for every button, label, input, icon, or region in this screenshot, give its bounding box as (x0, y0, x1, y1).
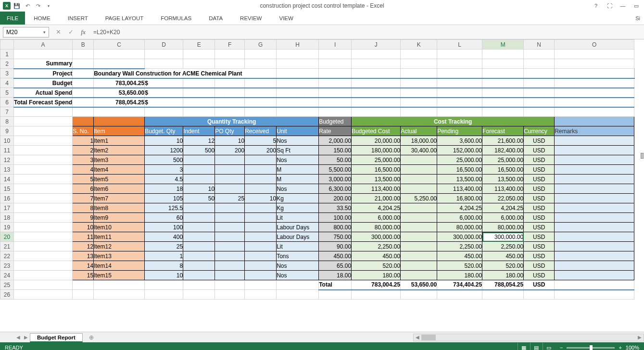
cell[interactable] (555, 50, 634, 59)
cell-actual[interactable] (401, 232, 437, 242)
zoom-out-icon[interactable]: − (560, 345, 563, 350)
cell[interactable] (14, 271, 73, 280)
cell[interactable] (183, 50, 215, 59)
cell[interactable] (14, 165, 73, 175)
vertical-split-handle[interactable] (641, 153, 644, 159)
cell[interactable] (524, 107, 555, 117)
cell[interactable] (437, 98, 482, 107)
cell-rate[interactable]: 750.00 (319, 232, 352, 242)
summary-value[interactable]: 53,650.00 (94, 88, 145, 98)
cell[interactable] (14, 203, 73, 213)
cell[interactable] (482, 50, 524, 59)
cell[interactable] (14, 126, 73, 136)
ribbon-options-icon[interactable]: ⛶ (605, 1, 614, 11)
cell-forecast[interactable]: 21,600.00 (482, 136, 524, 146)
cell-item[interactable]: Item11 (94, 232, 145, 242)
cell[interactable] (14, 251, 73, 261)
cell-actual[interactable] (401, 251, 437, 261)
cell[interactable] (215, 280, 245, 290)
row-12[interactable]: 12 (0, 155, 14, 165)
select-all-corner[interactable] (0, 40, 14, 50)
summary-unit[interactable]: $ (145, 88, 183, 98)
cell-sno[interactable]: 2 (73, 146, 94, 155)
cell-unit[interactable]: Kg (277, 194, 319, 203)
cell-budget-cost[interactable]: 180,000.00 (352, 146, 401, 155)
minimize-icon[interactable]: — (618, 1, 628, 11)
cell[interactable] (245, 59, 277, 69)
row-10[interactable]: 10 (0, 136, 14, 146)
cell[interactable] (73, 59, 94, 69)
cell-received[interactable] (245, 165, 277, 175)
hdr-rate[interactable]: Rate (319, 126, 352, 136)
cell[interactable] (183, 88, 215, 98)
cell-remarks[interactable] (555, 203, 634, 213)
cell[interactable] (352, 107, 401, 117)
cell-rate[interactable]: 65.00 (319, 261, 352, 271)
cell-unit[interactable]: Kg (277, 203, 319, 213)
cell-item[interactable]: Item8 (94, 203, 145, 213)
row-2[interactable]: 2 (0, 59, 14, 69)
cell-budget-qty[interactable]: 10 (145, 271, 183, 280)
cell-rate[interactable]: 2,000.00 (319, 136, 352, 146)
customize-qat-icon[interactable]: ▾ (44, 1, 53, 10)
cell[interactable] (183, 107, 215, 117)
name-box-dropdown-icon[interactable]: ▾ (43, 30, 46, 35)
cell-pending[interactable]: 13,500.00 (437, 175, 482, 184)
cell-remarks[interactable] (555, 223, 634, 232)
cell-actual[interactable] (401, 184, 437, 194)
formula-input[interactable] (89, 27, 644, 38)
cell-rate[interactable]: 33.50 (319, 203, 352, 213)
cell-forecast[interactable]: 6,000.00 (482, 213, 524, 223)
cell-budget-qty[interactable]: 105 (145, 194, 183, 203)
summary-value[interactable]: 788,054.25 (94, 98, 145, 107)
cell[interactable] (401, 88, 437, 98)
view-break-icon[interactable]: ▭ (543, 343, 555, 350)
cell[interactable] (482, 78, 524, 88)
cell[interactable] (14, 242, 73, 251)
cell[interactable] (352, 78, 401, 88)
summary-label[interactable]: Actual Spend (14, 88, 73, 98)
cell-received[interactable] (245, 242, 277, 251)
row-3[interactable]: 3 (0, 69, 14, 78)
cell-remarks[interactable] (555, 242, 634, 251)
cell[interactable] (437, 69, 482, 78)
cell-sno[interactable]: 4 (73, 165, 94, 175)
cell[interactable] (319, 107, 352, 117)
cell-indent[interactable]: 10 (183, 184, 215, 194)
cell[interactable] (183, 59, 215, 69)
summary-label[interactable]: Total Forecast Spend (14, 98, 73, 107)
cell-currency[interactable]: USD (524, 175, 555, 184)
cell-item[interactable]: Item15 (94, 271, 145, 280)
hdr-actual[interactable]: Actual (401, 126, 437, 136)
cell-remarks[interactable] (555, 213, 634, 223)
horizontal-scrollbar[interactable]: ◀ ▶ (413, 334, 644, 341)
cell[interactable] (73, 280, 94, 290)
cell-remarks[interactable] (555, 232, 634, 242)
cell-budget-cost[interactable]: 2,250.00 (352, 242, 401, 251)
cell[interactable] (215, 107, 245, 117)
cell[interactable] (277, 290, 319, 300)
cell-received[interactable] (245, 184, 277, 194)
cell[interactable] (555, 88, 634, 98)
cell-unit[interactable]: M (277, 165, 319, 175)
cell-forecast[interactable]: 22,050.00 (482, 194, 524, 203)
cell-currency[interactable]: USD (524, 203, 555, 213)
summary-title[interactable]: Summary (14, 59, 73, 69)
maximize-icon[interactable]: ▭ (631, 1, 641, 11)
cell-remarks[interactable] (555, 136, 634, 146)
cell-currency[interactable]: USD (524, 251, 555, 261)
cell[interactable] (319, 290, 352, 300)
hdr-forecast[interactable]: Forecast (482, 126, 524, 136)
col-H[interactable]: H (277, 40, 319, 50)
cell-unit[interactable]: M (277, 175, 319, 184)
cell-po[interactable]: 200 (215, 146, 245, 155)
cell-budget-cost[interactable]: 25,000.00 (352, 155, 401, 165)
cell-received[interactable] (245, 213, 277, 223)
cell-remarks[interactable] (555, 271, 634, 280)
cell-received[interactable] (245, 232, 277, 242)
cell-pending[interactable]: 16,800.00 (437, 194, 482, 203)
cell-actual[interactable]: 30,400.00 (401, 146, 437, 155)
tab-page-layout[interactable]: PAGE LAYOUT (97, 12, 152, 25)
cell-po[interactable] (215, 165, 245, 175)
cell-unit[interactable]: Nos (277, 155, 319, 165)
